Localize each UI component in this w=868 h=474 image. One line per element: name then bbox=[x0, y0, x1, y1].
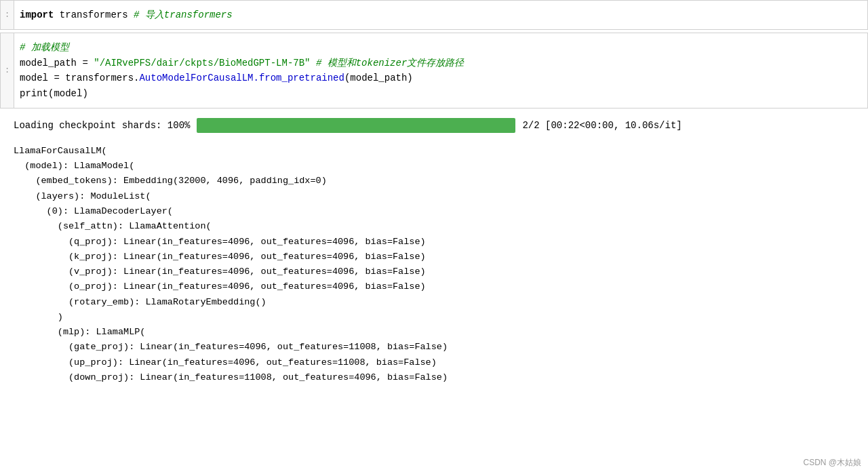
cell-2-line2: model_path = "/AIRvePFS/dair/ckpts/BioMe… bbox=[20, 56, 858, 71]
comment-path: # 模型和tokenizer文件存放路径 bbox=[311, 58, 465, 68]
cell-2-content: # 加载模型 model_path = "/AIRvePFS/dair/ckpt… bbox=[1, 33, 867, 108]
args-model: (model_path) bbox=[344, 73, 413, 83]
print-model: print(model) bbox=[20, 88, 88, 99]
keyword-import: import bbox=[20, 9, 54, 20]
module-name: transformers bbox=[54, 9, 127, 20]
cell-2-line4: print(model) bbox=[20, 86, 858, 101]
progress-label: Loading checkpoint shards: 100% bbox=[14, 120, 190, 131]
cell-1-content: import transformers # 导入transformers bbox=[1, 1, 867, 29]
model-output-text: LlamaForCausalLM( (model): LlamaModel( (… bbox=[14, 144, 859, 385]
cell-1: : import transformers # 导入transformers bbox=[0, 0, 868, 30]
comment-1: # 导入transformers bbox=[128, 9, 233, 20]
eq-2: = bbox=[48, 73, 65, 83]
output-area: Loading checkpoint shards: 100% 2/2 [00:… bbox=[0, 111, 868, 392]
module-transformers: transformers bbox=[65, 73, 134, 83]
var-model-path: model_path bbox=[20, 58, 77, 68]
cell-2-line1: # 加载模型 bbox=[20, 40, 858, 55]
cell-2-gutter: : bbox=[1, 33, 14, 108]
eq-1: = bbox=[77, 58, 94, 68]
progress-bar-inner bbox=[197, 118, 515, 133]
string-path: "/AIRvePFS/dair/ckpts/BioMedGPT-LM-7B" bbox=[94, 58, 310, 68]
method-from-pretrained: .from_pretrained bbox=[254, 73, 344, 83]
var-model: model bbox=[20, 73, 48, 83]
cell-1-gutter: : bbox=[1, 1, 14, 29]
cell-2: : # 加载模型 model_path = "/AIRvePFS/dair/ck… bbox=[0, 33, 868, 108]
comment-load-model: # 加载模型 bbox=[20, 42, 69, 53]
progress-stats: 2/2 [00:22<00:00, 10.06s/it] bbox=[522, 120, 682, 131]
watermark: CSDN @木姑娘 bbox=[803, 457, 861, 469]
class-automodel: AutoModelForCausalLM bbox=[139, 73, 253, 83]
cell-2-line3: model = transformers.AutoModelForCausalL… bbox=[20, 71, 858, 85]
progress-bar-outer bbox=[197, 118, 515, 133]
progress-container: Loading checkpoint shards: 100% 2/2 [00:… bbox=[14, 118, 859, 133]
